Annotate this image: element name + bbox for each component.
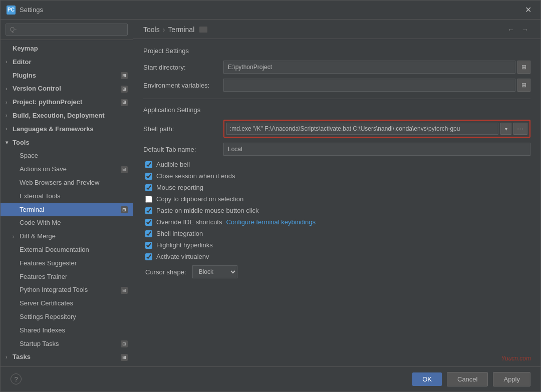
- env-vars-input[interactable]: [223, 79, 515, 92]
- start-dir-label: Start directory:: [143, 64, 223, 71]
- tree-arrow-diff-merge: ›: [13, 233, 20, 241]
- sidebar-item-external-doc[interactable]: External Documentation: [1, 243, 133, 257]
- app-icon: PC: [7, 6, 16, 15]
- sidebar-item-startup-tasks[interactable]: Startup Tasks⊞: [1, 337, 133, 351]
- sidebar-item-tools[interactable]: ▾Tools: [1, 136, 133, 150]
- sidebar-label-build: Build, Execution, Deployment: [13, 111, 128, 121]
- sidebar-item-python-integrated[interactable]: Python Integrated Tools⊞: [1, 283, 133, 297]
- checkbox-close-session[interactable]: [145, 173, 152, 180]
- checkbox-row-audible-bell: Audible bell: [143, 161, 530, 168]
- sidebar-item-external-tools[interactable]: External Tools: [1, 190, 133, 203]
- titlebar: PC Settings ✕: [1, 1, 540, 20]
- checkbox-paste-middle[interactable]: [145, 207, 152, 214]
- search-box: [1, 20, 133, 40]
- checkbox-label-audible-bell: Audible bell: [156, 161, 190, 168]
- app-settings-title: Application Settings: [143, 106, 530, 114]
- checkbox-row-activate-virtualenv: Activate virtualenv: [143, 253, 530, 260]
- checkbox-mouse-reporting[interactable]: [145, 184, 152, 191]
- checkbox-activate-virtualenv[interactable]: [145, 253, 152, 260]
- shell-path-dropdown-btn[interactable]: ▾: [500, 123, 511, 135]
- checkbox-label-copy-clipboard: Copy to clipboard on selection: [156, 195, 243, 203]
- sidebar-item-actions-on-save[interactable]: Actions on Save⊞: [1, 163, 133, 176]
- checkbox-override-ide[interactable]: [145, 219, 152, 226]
- search-input[interactable]: [6, 24, 128, 36]
- checkbox-audible-bell[interactable]: [145, 161, 152, 168]
- sidebar-item-web-browsers[interactable]: Web Browsers and Preview: [1, 176, 133, 190]
- forward-button[interactable]: →: [519, 25, 530, 35]
- ok-button[interactable]: OK: [412, 372, 442, 386]
- help-button[interactable]: ?: [11, 373, 22, 384]
- badge-project: ⊞: [121, 99, 128, 106]
- sidebar-item-build[interactable]: ›Build, Execution, Deployment: [1, 109, 133, 123]
- breadcrumb-icon: [199, 27, 207, 33]
- breadcrumb: Tools › Terminal: [143, 26, 207, 34]
- main-header: Tools › Terminal ← →: [133, 20, 540, 39]
- start-dir-input[interactable]: [223, 61, 515, 74]
- sidebar-item-terminal[interactable]: Terminal⊞: [1, 203, 133, 217]
- sidebar-label-project: Project: pythonProject: [13, 97, 119, 108]
- sidebar-item-version-control[interactable]: ›Version Control⊞: [1, 82, 133, 96]
- sidebar-label-python-integrated: Python Integrated Tools: [20, 285, 119, 295]
- default-tab-row: Default Tab name:: [143, 143, 530, 156]
- checkbox-label-close-session: Close session when it ends: [156, 172, 235, 180]
- cursor-shape-select[interactable]: Block Underline Vertical: [192, 265, 237, 278]
- tree-arrow-tasks: ›: [6, 353, 13, 361]
- sidebar-label-diff-merge: Diff & Merge: [20, 231, 128, 242]
- sidebar-label-terminal: Terminal: [20, 205, 119, 215]
- main-body: Project Settings Start directory: ⊞ Envi…: [133, 39, 540, 366]
- checkbox-highlight-hyperlinks[interactable]: [145, 242, 152, 249]
- checkbox-label-activate-virtualenv: Activate virtualenv: [156, 253, 209, 260]
- sidebar-label-tasks: Tasks: [13, 352, 119, 362]
- sidebar-label-version-control: Version Control: [13, 84, 119, 94]
- sidebar-label-actions-on-save: Actions on Save: [20, 164, 119, 175]
- tree-arrow-build: ›: [6, 112, 13, 120]
- sidebar-label-server-certs: Server Certificates: [20, 298, 128, 309]
- sidebar-label-languages: Languages & Frameworks: [13, 124, 128, 135]
- sidebar-label-web-browsers: Web Browsers and Preview: [20, 178, 128, 188]
- sidebar-item-plugins[interactable]: Plugins⊞: [1, 69, 133, 83]
- checkbox-shell-integration[interactable]: [145, 230, 152, 237]
- badge-terminal: ⊞: [121, 206, 128, 213]
- sidebar-label-settings-repo: Settings Repository: [20, 312, 128, 322]
- checkbox-label-paste-middle: Paste on middle mouse button click: [156, 207, 259, 214]
- sidebar-label-startup-tasks: Startup Tasks: [20, 339, 119, 349]
- checkbox-row-copy-clipboard: Copy to clipboard on selection: [143, 195, 530, 203]
- sidebar-item-project[interactable]: ›Project: pythonProject⊞: [1, 96, 133, 109]
- sidebar-item-keymap[interactable]: Keymap: [1, 42, 133, 56]
- checkbox-row-paste-middle: Paste on middle mouse button click: [143, 207, 530, 214]
- footer: ? OK Cancel Apply: [1, 366, 540, 391]
- sidebar-item-server-certs[interactable]: Server Certificates: [1, 297, 133, 310]
- close-button[interactable]: ✕: [522, 4, 534, 16]
- shell-path-more-btn[interactable]: ···: [513, 123, 527, 135]
- sidebar-item-editor[interactable]: ›Editor: [1, 56, 133, 69]
- breadcrumb-sep: ›: [163, 26, 165, 34]
- shell-path-label: Shell path:: [143, 125, 223, 133]
- tree-arrow-editor: ›: [6, 58, 13, 66]
- sidebar-item-shared-indexes[interactable]: Shared Indexes: [1, 324, 133, 337]
- sidebar-item-settings-repo[interactable]: Settings Repository: [1, 310, 133, 324]
- shell-path-input[interactable]: [226, 123, 498, 135]
- sidebar-item-code-with-me[interactable]: Code With Me: [1, 216, 133, 230]
- default-tab-input[interactable]: [223, 143, 530, 156]
- back-button[interactable]: ←: [505, 25, 516, 35]
- env-vars-browse-btn[interactable]: ⊞: [517, 79, 530, 92]
- sidebar-item-features-suggester[interactable]: Features Suggester: [1, 257, 133, 270]
- checkbox-row-override-ide: Override IDE shortcutsConfigure terminal…: [143, 218, 530, 226]
- apply-button[interactable]: Apply: [493, 372, 530, 386]
- cancel-button[interactable]: Cancel: [447, 372, 488, 386]
- sidebar-item-languages[interactable]: ›Languages & Frameworks: [1, 123, 133, 136]
- sidebar-item-tasks[interactable]: ›Tasks⊞: [1, 350, 133, 364]
- start-dir-browse-btn[interactable]: ⊞: [517, 61, 530, 74]
- env-vars-row: Environment variables: ⊞: [143, 79, 530, 92]
- sidebar-item-diff-merge[interactable]: ›Diff & Merge: [1, 230, 133, 243]
- badge-actions-on-save: ⊞: [121, 166, 128, 173]
- sidebar-item-features-trainer[interactable]: Features Trainer: [1, 270, 133, 284]
- breadcrumb-parent: Tools: [143, 26, 160, 34]
- start-dir-row: Start directory: ⊞: [143, 61, 530, 74]
- window-title: Settings: [20, 6, 522, 14]
- checkbox-label-override-ide: Override IDE shortcuts: [156, 218, 222, 226]
- configure-keybindings-link[interactable]: Configure terminal keybindings: [226, 218, 316, 226]
- sidebar-label-features-trainer: Features Trainer: [20, 272, 128, 282]
- sidebar-item-space[interactable]: Space: [1, 149, 133, 163]
- checkbox-copy-clipboard[interactable]: [145, 196, 152, 203]
